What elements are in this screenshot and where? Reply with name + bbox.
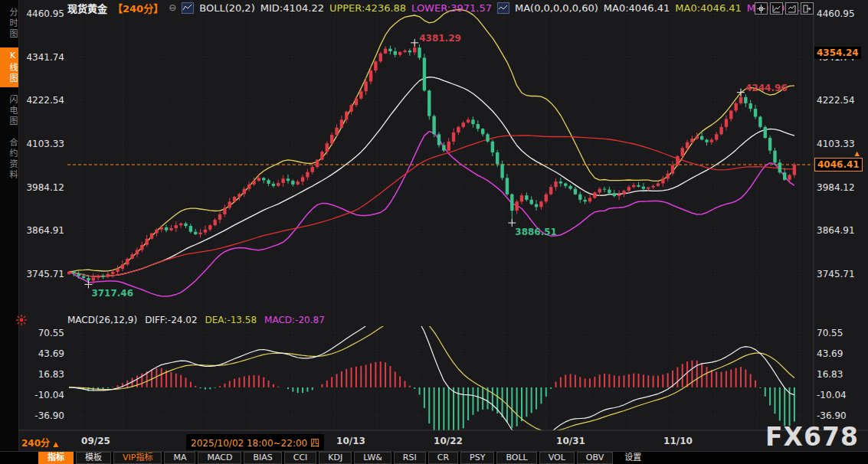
brand-watermark: FX678 bbox=[765, 422, 859, 452]
toolbar-button-KDJ[interactable]: KDJ bbox=[319, 452, 352, 464]
toolbar-button-CR[interactable]: CR bbox=[428, 452, 458, 464]
toolbar-button-BIAS[interactable]: BIAS bbox=[244, 452, 281, 464]
crosshair-date-tooltip: 2025/10/02 18:00~22:00 四 bbox=[186, 434, 324, 450]
toolbar-button-OBV[interactable]: OBV bbox=[577, 452, 613, 464]
sidebar: 分时图K线图闪电图合约资料 bbox=[0, 0, 19, 464]
annotation-3886.51: 3886.51 bbox=[515, 227, 557, 237]
ma-value-1: MA0:4046.41 bbox=[604, 2, 670, 14]
macd-diff-value: DIFF:-24.02 bbox=[145, 315, 197, 325]
macd-header: MACD(26,12,9) DIFF:-24.02 DEA:-13.58 MAC… bbox=[67, 315, 325, 325]
annotation-4244.96: 4244.96 bbox=[745, 83, 788, 93]
toolbar-button-指标[interactable]: 指标 bbox=[38, 452, 74, 464]
sidebar-item-4[interactable]: 合约资料 bbox=[0, 135, 18, 184]
chart-tool-icons bbox=[755, 2, 814, 15]
chart-header: 现货黄金 【240分】 ⊖ BOLL(20,2) MID:4104.22 UPP… bbox=[67, 2, 813, 14]
toolbar-button-模板[interactable]: 模板 bbox=[76, 452, 111, 464]
crosshair-icon[interactable] bbox=[755, 2, 768, 15]
sidebar-item-1[interactable]: 分时图 bbox=[0, 5, 18, 43]
toolbar-button-PSY[interactable]: PSY bbox=[460, 452, 494, 464]
boll-mid-value: MID:4104.22 bbox=[260, 2, 324, 14]
toolbar-button-设置[interactable]: 设置 bbox=[615, 452, 650, 464]
toolbar-button-RSI[interactable]: RSI bbox=[394, 452, 426, 464]
toolbar-button-LW&[interactable]: LW& bbox=[354, 452, 391, 464]
trading-chart-window: 分时图K线图闪电图合约资料 现货黄金 【240分】 ⊖ BOLL(20,2) M… bbox=[0, 0, 868, 464]
current-price-badge: 4046.41 ▲ bbox=[814, 158, 863, 172]
macd-name: MACD(26,12,9) bbox=[67, 315, 137, 325]
collapse-indicator-icon[interactable]: ⊖ bbox=[169, 2, 176, 13]
sidebar-item-2[interactable]: K线图 bbox=[0, 47, 18, 87]
scale-left-axis-icon[interactable] bbox=[770, 2, 783, 15]
exit-chart-icon[interactable] bbox=[801, 2, 814, 15]
boll-upper-value: UPPER:4236.88 bbox=[329, 2, 406, 14]
boll-name: BOLL(20,2) bbox=[199, 2, 255, 14]
chart-canvas[interactable] bbox=[0, 0, 868, 464]
ma-value-2: MA0:4046.41 bbox=[675, 2, 742, 14]
toolbar-button-MACD[interactable]: MACD bbox=[198, 452, 241, 464]
indicator-toolbar: 指标模板VIP指标MAMACDBIASCCIKDJLW&RSICRPSYBOLL… bbox=[0, 451, 868, 464]
scale-right-axis-icon[interactable] bbox=[785, 2, 798, 15]
price-up-arrow-icon: ▲ bbox=[855, 150, 860, 157]
macd-macd-value: MACD:-20.87 bbox=[264, 315, 325, 325]
price-marker-badge: 4354.24 bbox=[814, 47, 861, 59]
current-price-value: 4046.41 bbox=[817, 159, 860, 170]
sidebar-item-3[interactable]: 闪电图 bbox=[0, 92, 18, 130]
toolbar-button-MA[interactable]: MA bbox=[164, 452, 195, 464]
boll-lower-value: LOWER:3971.57 bbox=[411, 2, 492, 14]
interval-dropdown-icon: ▲ bbox=[53, 440, 58, 448]
macd-dea-value: DEA:-13.58 bbox=[205, 315, 257, 325]
annotation-4381.29: 4381.29 bbox=[419, 33, 461, 44]
toolbar-button-VOL[interactable]: VOL bbox=[539, 452, 575, 464]
interval-selector[interactable]: 240分 ▲ bbox=[21, 436, 58, 449]
toolbar-button-BOLL[interactable]: BOLL bbox=[496, 452, 536, 464]
boll-indicator-icon[interactable] bbox=[182, 2, 194, 14]
symbol-name: 现货黄金 bbox=[67, 1, 107, 15]
ma-name: MA(0,0,0,0,0,60) bbox=[515, 2, 598, 14]
toolbar-button-CCI[interactable]: CCI bbox=[284, 452, 317, 464]
annotation-3717.46: 3717.46 bbox=[91, 288, 133, 299]
burst-icon[interactable] bbox=[15, 314, 28, 326]
period-label: 【240分】 bbox=[113, 1, 163, 15]
ma-indicator-icon[interactable] bbox=[497, 2, 509, 14]
toolbar-button-VIP指标[interactable]: VIP指标 bbox=[113, 452, 162, 464]
